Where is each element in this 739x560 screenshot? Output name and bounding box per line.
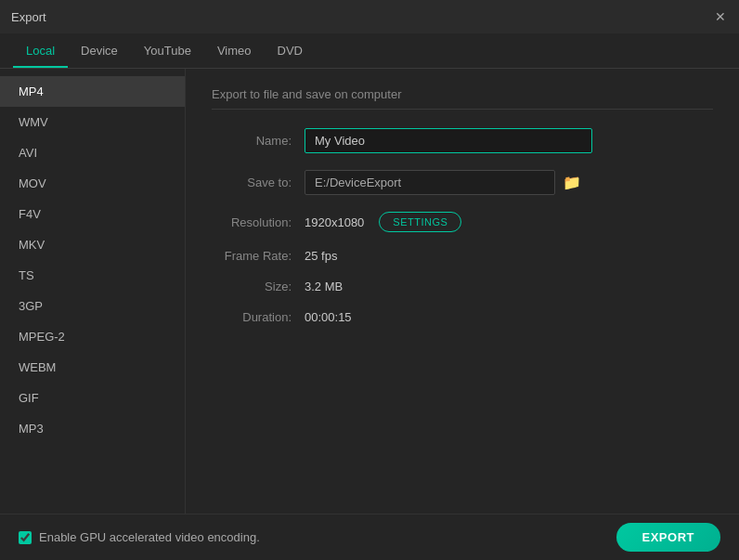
content-area: MP4 WMV AVI MOV F4V MKV TS 3GP bbox=[0, 69, 739, 514]
sidebar-item-wmv[interactable]: WMV bbox=[0, 107, 185, 137]
resolution-value: 1920x1080 bbox=[305, 215, 364, 229]
save-to-control: E:/DeviceExport 📁 bbox=[305, 170, 581, 195]
name-input[interactable] bbox=[305, 128, 592, 153]
frame-rate-row: Frame Rate: 25 fps bbox=[212, 249, 713, 263]
export-button[interactable]: EXPORT bbox=[616, 523, 720, 552]
sidebar-item-mpeg2[interactable]: MPEG-2 bbox=[0, 321, 185, 352]
sidebar-item-gif[interactable]: GIF bbox=[0, 383, 185, 413]
format-sidebar: MP4 WMV AVI MOV F4V MKV TS 3GP bbox=[0, 69, 186, 514]
sidebar-item-avi[interactable]: AVI bbox=[0, 137, 185, 168]
window-title: Export bbox=[11, 10, 46, 24]
settings-button[interactable]: SETTINGS bbox=[379, 212, 461, 232]
sidebar-item-webm[interactable]: WEBM bbox=[0, 352, 185, 383]
name-label: Name: bbox=[212, 134, 305, 148]
tab-local[interactable]: Local bbox=[13, 33, 68, 68]
size-value: 3.2 MB bbox=[305, 280, 343, 293]
resolution-label: Resolution: bbox=[212, 215, 305, 229]
frame-rate-label: Frame Rate: bbox=[212, 249, 305, 263]
frame-rate-value: 25 fps bbox=[305, 249, 337, 263]
section-title: Export to file and save on computer bbox=[212, 87, 713, 110]
tab-bar: Local Device YouTube Vimeo DVD bbox=[0, 33, 739, 69]
sidebar-item-mp4[interactable]: MP4 bbox=[0, 76, 185, 107]
sidebar-item-f4v[interactable]: F4V bbox=[0, 199, 185, 229]
main-panel: Export to file and save on computer Name… bbox=[186, 69, 739, 514]
save-to-row: Save to: E:/DeviceExport 📁 bbox=[212, 170, 713, 195]
duration-value: 00:00:15 bbox=[305, 310, 352, 324]
export-window: Export ✕ Local Device YouTube Vimeo DVD … bbox=[0, 0, 739, 560]
save-to-path[interactable]: E:/DeviceExport bbox=[305, 170, 555, 195]
duration-label: Duration: bbox=[212, 310, 305, 324]
tab-vimeo[interactable]: Vimeo bbox=[204, 33, 265, 68]
sidebar-item-mov[interactable]: MOV bbox=[0, 168, 185, 199]
tab-youtube[interactable]: YouTube bbox=[131, 33, 204, 68]
name-row: Name: bbox=[212, 128, 713, 153]
title-bar: Export ✕ bbox=[0, 0, 739, 33]
resolution-row: Resolution: 1920x1080 SETTINGS bbox=[212, 212, 713, 232]
folder-icon[interactable]: 📁 bbox=[563, 174, 581, 191]
size-row: Size: 3.2 MB bbox=[212, 280, 713, 293]
sidebar-item-mkv[interactable]: MKV bbox=[0, 229, 185, 260]
sidebar-item-ts[interactable]: TS bbox=[0, 260, 185, 291]
tab-dvd[interactable]: DVD bbox=[265, 33, 316, 68]
gpu-label: Enable GPU accelerated video encoding. bbox=[39, 530, 260, 544]
gpu-checkbox[interactable] bbox=[19, 531, 32, 544]
size-label: Size: bbox=[212, 280, 305, 293]
footer: Enable GPU accelerated video encoding. E… bbox=[0, 514, 739, 560]
sidebar-item-3gp[interactable]: 3GP bbox=[0, 291, 185, 321]
sidebar-item-mp3[interactable]: MP3 bbox=[0, 413, 185, 444]
duration-row: Duration: 00:00:15 bbox=[212, 310, 713, 324]
gpu-encoding-row: Enable GPU accelerated video encoding. bbox=[19, 530, 260, 544]
save-to-label: Save to: bbox=[212, 176, 305, 189]
close-button[interactable]: ✕ bbox=[713, 9, 728, 24]
tab-device[interactable]: Device bbox=[68, 33, 131, 68]
